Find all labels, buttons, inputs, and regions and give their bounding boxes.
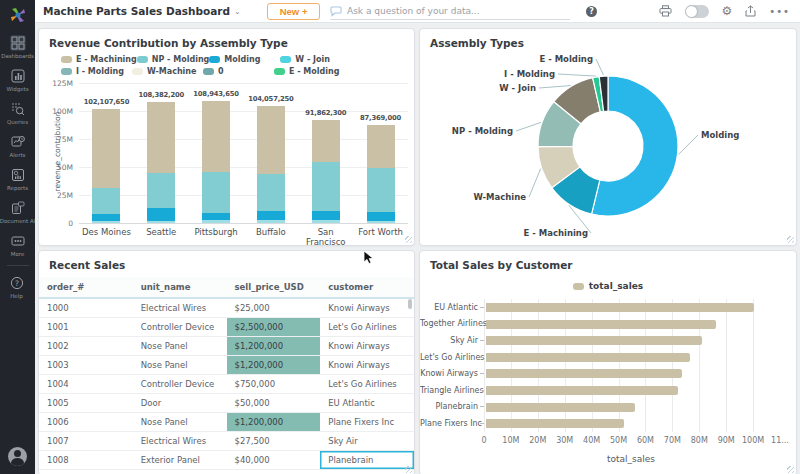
stacked-bar-segment[interactable]: [202, 101, 230, 171]
search-input[interactable]: [347, 6, 547, 16]
table-cell[interactable]: $50,000: [227, 394, 321, 413]
table-cell[interactable]: Electrical Wires: [133, 432, 227, 451]
resize-handle-icon[interactable]: [405, 466, 412, 473]
table-cell[interactable]: EU Atlantic: [320, 394, 414, 413]
stacked-bar-segment[interactable]: [147, 208, 175, 221]
stacked-bar-segment[interactable]: [367, 212, 395, 221]
table-cell[interactable]: Nose Panel: [133, 337, 227, 356]
table-scrollbar-thumb[interactable]: [408, 299, 412, 309]
customer-sales-bar[interactable]: [486, 303, 754, 312]
table-cell[interactable]: Nose Panel: [133, 356, 227, 375]
stacked-bar-segment[interactable]: [312, 211, 340, 219]
stacked-bar-segment[interactable]: [257, 174, 285, 210]
customer-sales-bar[interactable]: [486, 369, 682, 378]
stacked-bar[interactable]: [147, 102, 175, 223]
stacked-bar[interactable]: [367, 125, 395, 223]
share-icon[interactable]: [745, 5, 756, 17]
table-cell[interactable]: Let's Go Airlines: [320, 375, 414, 394]
table-cell[interactable]: Nose Panel: [133, 413, 227, 432]
table-cell[interactable]: 1002: [39, 337, 133, 356]
stacked-bar-segment[interactable]: [92, 221, 120, 223]
stacked-bar-segment[interactable]: [202, 220, 230, 223]
table-cell[interactable]: Door: [133, 394, 227, 413]
user-avatar[interactable]: [8, 447, 27, 466]
sidebar-item-reports[interactable]: Reports: [1, 162, 34, 195]
table-cell[interactable]: $750,000: [227, 375, 321, 394]
column-header-customer[interactable]: customer: [320, 277, 414, 298]
table-cell[interactable]: $5,000: [227, 470, 321, 474]
table-cell[interactable]: 1009: [39, 470, 133, 474]
table-cell[interactable]: $27,500: [227, 432, 321, 451]
settings-gear-icon[interactable]: ⚙: [722, 5, 733, 17]
stacked-bar-segment[interactable]: [202, 172, 230, 213]
resize-handle-icon[interactable]: [787, 466, 794, 473]
stacked-bar-segment[interactable]: [312, 162, 340, 211]
table-cell[interactable]: Knowi Airways: [320, 298, 414, 318]
stacked-bar-segment[interactable]: [367, 168, 395, 212]
customer-sales-bar[interactable]: [486, 419, 624, 428]
column-header-unit-name[interactable]: unit_name: [133, 277, 227, 298]
stacked-bar-segment[interactable]: [92, 188, 120, 214]
sidebar-item-more[interactable]: More: [1, 228, 34, 261]
customer-sales-bar[interactable]: [486, 353, 690, 362]
dashboard-title[interactable]: Machine Parts Sales Dashboard: [43, 5, 230, 17]
table-cell[interactable]: Planebrain: [320, 451, 414, 470]
table-cell[interactable]: Exterior Panel: [133, 451, 227, 470]
stacked-bar-segment[interactable]: [257, 106, 285, 174]
knowi-logo-icon[interactable]: [0, 0, 35, 30]
table-cell[interactable]: $1,200,000: [227, 413, 321, 432]
table-cell[interactable]: 1008: [39, 451, 133, 470]
sidebar-item-help[interactable]: ? Help: [0, 270, 33, 303]
stacked-bar-segment[interactable]: [367, 221, 395, 223]
customer-sales-bar[interactable]: [486, 386, 678, 395]
print-icon[interactable]: [659, 5, 672, 17]
table-cell[interactable]: 1001: [39, 318, 133, 337]
stacked-bar-segment[interactable]: [92, 109, 120, 189]
table-cell[interactable]: $2,500,000: [227, 318, 321, 337]
stacked-bar[interactable]: [202, 101, 230, 223]
new-button[interactable]: New +: [267, 3, 321, 20]
sidebar-item-widgets[interactable]: Widgets: [1, 63, 34, 96]
resize-handle-icon[interactable]: [787, 236, 794, 243]
table-cell[interactable]: 1005: [39, 394, 133, 413]
stacked-bar-segment[interactable]: [147, 102, 175, 174]
stacked-bar-segment[interactable]: [147, 173, 175, 208]
table-cell[interactable]: 1004: [39, 375, 133, 394]
stacked-bar-segment[interactable]: [312, 220, 340, 223]
total-sales-legend[interactable]: total_sales: [420, 281, 796, 291]
sidebar-item-dashboards[interactable]: Dashboards: [1, 30, 34, 63]
table-cell[interactable]: Together Airlines: [320, 470, 414, 474]
stacked-bar-segment[interactable]: [147, 221, 175, 223]
resize-handle-icon[interactable]: [405, 236, 412, 243]
table-cell[interactable]: Controller Device: [133, 318, 227, 337]
table-cell[interactable]: Knowi Airways: [320, 356, 414, 375]
table-cell[interactable]: 1007: [39, 432, 133, 451]
table-cell[interactable]: $25,000: [227, 298, 321, 318]
stacked-bar[interactable]: [312, 120, 340, 223]
table-cell[interactable]: 1000: [39, 298, 133, 318]
column-header-sell-price-usd[interactable]: sell_price_USD: [227, 277, 321, 298]
stacked-bar-segment[interactable]: [202, 213, 230, 220]
stacked-bar-segment[interactable]: [257, 220, 285, 223]
stacked-bar[interactable]: [92, 109, 120, 223]
customer-sales-bar[interactable]: [486, 320, 716, 329]
sidebar-item-queries[interactable]: Queries: [1, 96, 34, 129]
table-cell[interactable]: Sky Air: [320, 432, 414, 451]
table-cell[interactable]: Let's Go Airlines: [320, 318, 414, 337]
table-cell[interactable]: Knowi Airways: [320, 337, 414, 356]
stacked-bar-segment[interactable]: [367, 125, 395, 168]
table-cell[interactable]: $40,000: [227, 451, 321, 470]
help-badge[interactable]: ?: [586, 6, 597, 17]
table-cell[interactable]: Interior Surface: [133, 470, 227, 474]
stacked-bar-segment[interactable]: [257, 211, 285, 221]
customer-sales-bar[interactable]: [486, 336, 702, 345]
table-cell[interactable]: Plane Fixers Inc: [320, 413, 414, 432]
stacked-bar[interactable]: [257, 106, 285, 223]
sidebar-item-alerts[interactable]: Alerts: [1, 129, 34, 162]
stacked-bar-segment[interactable]: [92, 214, 120, 221]
theme-toggle[interactable]: [685, 5, 709, 18]
customer-sales-bar[interactable]: [486, 403, 635, 412]
stacked-bar-segment[interactable]: [312, 120, 340, 162]
column-header-order-[interactable]: order_#: [39, 277, 133, 298]
chevron-down-icon[interactable]: ⌄: [234, 7, 241, 16]
